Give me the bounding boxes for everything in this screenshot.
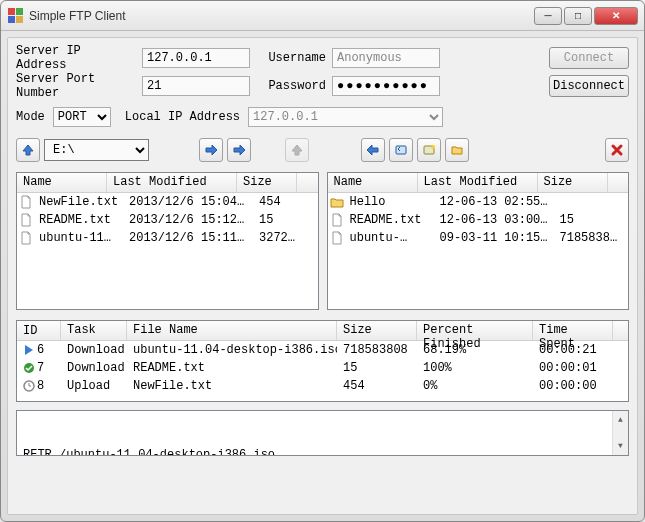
task-type: Download [61, 343, 127, 357]
server-ip-input[interactable] [142, 48, 250, 68]
window-title: Simple FTP Client [29, 9, 534, 23]
scrollbar[interactable]: ▲ ▼ [612, 411, 628, 455]
app-window: Simple FTP Client ─ □ ✕ Server IP Addres… [0, 0, 645, 522]
transfer-list-header: ID Task File Name Size Percent Finished … [17, 321, 628, 341]
mode-label: Mode [16, 110, 45, 124]
col-modified[interactable]: Last Modified [107, 173, 237, 192]
list-item[interactable]: ubuntu-11…2013/12/6 15:11:593272… [17, 229, 318, 247]
file-name: NewFile.txt [35, 195, 125, 209]
file-modified: 2013/12/6 15:04:34 [125, 195, 255, 209]
task-id: 6 [17, 343, 61, 357]
task-percent: 0% [417, 379, 533, 393]
task-row[interactable]: 8UploadNewFile.txt4540%00:00:00 [17, 377, 628, 395]
task-type: Upload [61, 379, 127, 393]
file-size: 15 [556, 213, 626, 227]
local-file-panel[interactable]: Name Last Modified Size NewFile.txt2013/… [16, 172, 319, 310]
col-modified[interactable]: Last Modified [418, 173, 538, 192]
file-modified: 12-06-13 03:00PM [436, 213, 556, 227]
left-arrow-icon [366, 143, 380, 157]
col-time[interactable]: Time Spent [533, 321, 613, 340]
file-name: Hello [346, 195, 436, 209]
password-input[interactable] [332, 76, 440, 96]
remote-file-panel[interactable]: Name Last Modified Size Hello12-06-13 02… [327, 172, 630, 310]
remote-up-button[interactable] [285, 138, 309, 162]
server-port-label: Server Port Number [16, 72, 136, 100]
client-area: Server IP Address Username Connect Serve… [7, 37, 638, 515]
col-pct[interactable]: Percent Finished [417, 321, 533, 340]
task-percent: 68.19% [417, 343, 533, 357]
task-row[interactable]: 6Downloadubuntu-11.04-desktop-i386.iso71… [17, 341, 628, 359]
drive-select[interactable]: E:\ [44, 139, 149, 161]
up-arrow-icon [290, 143, 304, 157]
task-percent: 100% [417, 361, 533, 375]
transfer-right-button[interactable] [227, 138, 251, 162]
folder-open-icon [450, 143, 464, 157]
close-button[interactable]: ✕ [594, 7, 638, 25]
new-folder-button[interactable] [417, 138, 441, 162]
file-modified: 2013/12/6 15:11:59 [125, 231, 255, 245]
download-button[interactable] [361, 138, 385, 162]
titlebar[interactable]: Simple FTP Client ─ □ ✕ [1, 1, 644, 31]
task-time: 00:00:01 [533, 361, 613, 375]
file-name: README.txt [35, 213, 125, 227]
file-icon [330, 231, 344, 245]
file-icon [19, 195, 33, 209]
col-file[interactable]: File Name [127, 321, 337, 340]
col-size[interactable]: Size [337, 321, 417, 340]
open-folder-button[interactable] [445, 138, 469, 162]
right-arrow-icon [232, 143, 246, 157]
minimize-button[interactable]: ─ [534, 7, 562, 25]
task-row[interactable]: 7DownloadREADME.txt15100%00:00:01 [17, 359, 628, 377]
status-icon [23, 344, 35, 356]
list-item[interactable]: NewFile.txt2013/12/6 15:04:34454 [17, 193, 318, 211]
col-size[interactable]: Size [538, 173, 608, 192]
list-item[interactable]: README.txt12-06-13 03:00PM15 [328, 211, 629, 229]
log-output[interactable]: RETR /ubuntu-11.04-desktop-i386.iso 125 … [16, 410, 629, 456]
col-size[interactable]: Size [237, 173, 297, 192]
col-task[interactable]: Task [61, 321, 127, 340]
list-item[interactable]: ubuntu-…09-03-11 10:15PM718583808 [328, 229, 629, 247]
file-modified: 2013/12/6 15:12:00 [125, 213, 255, 227]
upload-button[interactable] [199, 138, 223, 162]
folder-icon [330, 195, 344, 209]
list-item[interactable]: Hello12-06-13 02:55PM [328, 193, 629, 211]
col-name[interactable]: Name [17, 173, 107, 192]
col-name[interactable]: Name [328, 173, 418, 192]
file-name: ubuntu-11… [35, 231, 125, 245]
svg-rect-0 [396, 146, 406, 154]
scroll-up-icon[interactable]: ▲ [617, 411, 624, 429]
task-file: ubuntu-11.04-desktop-i386.iso [127, 343, 337, 357]
log-line: RETR /ubuntu-11.04-desktop-i386.iso [23, 447, 622, 456]
task-time: 00:00:00 [533, 379, 613, 393]
scroll-down-icon[interactable]: ▼ [617, 437, 624, 455]
col-id[interactable]: ID [17, 321, 61, 340]
password-label: Password [266, 79, 326, 93]
username-input[interactable] [332, 48, 440, 68]
file-size: 718583808 [556, 231, 626, 245]
refresh-button[interactable] [389, 138, 413, 162]
local-ip-label: Local IP Address [125, 110, 240, 124]
file-size: 15 [255, 213, 315, 227]
maximize-button[interactable]: □ [564, 7, 592, 25]
disconnect-button[interactable]: Disconnect [549, 75, 629, 97]
status-icon [23, 380, 35, 392]
transfer-list[interactable]: ID Task File Name Size Percent Finished … [16, 320, 629, 402]
local-panel-header: Name Last Modified Size [17, 173, 318, 193]
app-icon [7, 8, 23, 24]
file-modified: 09-03-11 10:15PM [436, 231, 556, 245]
list-item[interactable]: README.txt2013/12/6 15:12:0015 [17, 211, 318, 229]
up-arrow-icon [21, 143, 35, 157]
file-name: README.txt [346, 213, 436, 227]
delete-button[interactable] [605, 138, 629, 162]
remote-panel-header: Name Last Modified Size [328, 173, 629, 193]
server-port-input[interactable] [142, 76, 250, 96]
local-up-button[interactable] [16, 138, 40, 162]
task-time: 00:00:21 [533, 343, 613, 357]
status-icon [23, 362, 35, 374]
task-size: 718583808 [337, 343, 417, 357]
file-modified: 12-06-13 02:55PM [436, 195, 556, 209]
mode-select[interactable]: PORT [53, 107, 111, 127]
task-size: 15 [337, 361, 417, 375]
local-ip-select[interactable]: 127.0.0.1 [248, 107, 443, 127]
connect-button[interactable]: Connect [549, 47, 629, 69]
